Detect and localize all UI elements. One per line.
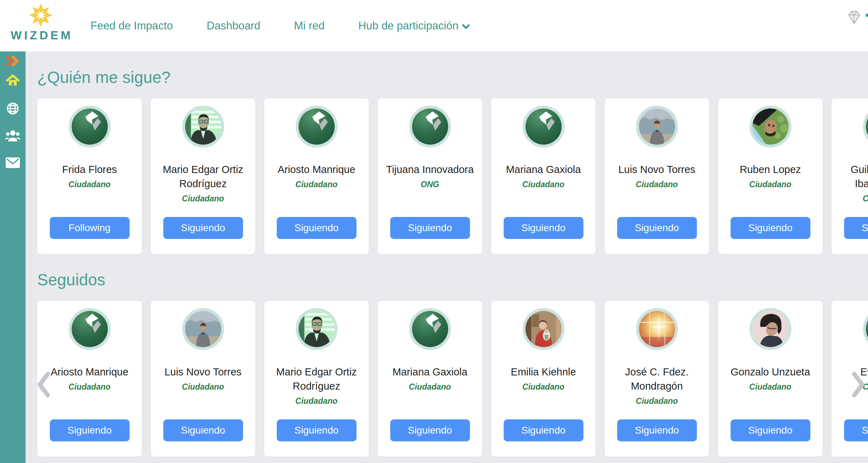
- profile-role: Ciudadano: [151, 382, 255, 392]
- avatar: [636, 308, 678, 350]
- follow-button[interactable]: Siguiendo: [390, 419, 470, 441]
- nav-link-hub-de-participaci-n[interactable]: Hub de participación: [358, 19, 470, 32]
- avatar: [182, 308, 224, 350]
- star-logo-icon: [11, 3, 71, 28]
- avatar: [296, 106, 338, 147]
- cards-row: Frida Flores Ciudadano Following Mario E…: [37, 98, 868, 254]
- follow-button[interactable]: Siguiendo: [730, 419, 810, 441]
- avatar: [409, 106, 451, 147]
- mail-icon[interactable]: [0, 157, 26, 168]
- follow-button[interactable]: Siguiendo: [617, 217, 697, 239]
- follow-button[interactable]: Siguiendo: [503, 419, 583, 441]
- section-seguidos: Seguidos Ariosto Manrique Ciudadano Sigu…: [37, 270, 868, 457]
- profile-name: Guille Ibar: [840, 162, 868, 191]
- profile-card: Emilia Kiehnle Ciudadano Siguiendo: [491, 301, 596, 457]
- profile-name: Ruben Lopez: [718, 162, 823, 177]
- profile-card: Mario Edgar Ortiz Rodríguez Ciudadano Si…: [264, 301, 369, 457]
- profile-card: Ariosto Manrique Ciudadano Siguiendo: [264, 98, 369, 254]
- brand-logo[interactable]: WIZDEM: [11, 3, 71, 42]
- profile-card: Ariosto Manrique Ciudadano Siguiendo: [37, 301, 142, 457]
- nav-links: Feed de ImpactoDashboardMi redHub de par…: [90, 0, 470, 51]
- profile-name: Mario Edgar Ortiz Rodríguez: [151, 162, 255, 191]
- avatar: [69, 308, 111, 350]
- section-title: ¿Quién me sigue?: [37, 68, 868, 87]
- people-icon[interactable]: [0, 130, 26, 142]
- avatar: [863, 106, 868, 147]
- nav-link-label: Hub de participación: [358, 19, 458, 32]
- double-chevron-right-icon[interactable]: [0, 55, 26, 67]
- profile-card: Gonzalo Unzueta Ciudadano Siguiendo: [718, 301, 823, 457]
- nav-link-dashboard[interactable]: Dashboard: [207, 19, 261, 32]
- profile-name: Tijuana Innovadora: [378, 162, 482, 177]
- follow-button[interactable]: Siguiendo: [844, 419, 868, 441]
- top-navbar: WIZDEM Feed de ImpactoDashboardMi redHub…: [0, 0, 868, 51]
- follow-button[interactable]: Siguiendo: [730, 217, 810, 239]
- profile-card: Tijuana Innovadora ONG Siguiendo: [378, 98, 482, 254]
- profile-role: Ciudadano: [605, 396, 709, 406]
- profile-name: Luis Novo Torres: [605, 162, 709, 177]
- profile-name: Ariosto Manrique: [264, 162, 369, 177]
- avatar: [182, 106, 224, 147]
- avatar: [636, 106, 678, 147]
- avatar: [750, 308, 791, 350]
- nav-link-feed-de-impacto[interactable]: Feed de Impacto: [90, 19, 173, 32]
- profile-name: Mario Edgar Ortiz Rodríguez: [264, 365, 369, 393]
- follow-button[interactable]: Siguiendo: [617, 419, 697, 441]
- follow-button[interactable]: Siguiendo: [277, 217, 356, 239]
- avatar: [523, 106, 564, 147]
- profile-name: Luis Novo Torres: [151, 365, 255, 379]
- profile-role: Ciudadano: [491, 382, 596, 392]
- profile-role: Ciudadano: [831, 194, 868, 203]
- profile-name: Mariana Gaxiola: [378, 365, 482, 379]
- chevron-down-icon: [462, 19, 470, 32]
- follow-button[interactable]: Siguiendo: [50, 419, 129, 441]
- profile-role: Ciudadano: [491, 180, 596, 189]
- profile-role: Ciudadano: [264, 180, 369, 189]
- profile-role: Ciudadano: [605, 180, 709, 189]
- diamond-gem-icon[interactable]: [846, 9, 862, 26]
- nav-link-label: Dashboard: [207, 19, 261, 32]
- follow-button[interactable]: Siguiendo: [844, 217, 868, 239]
- nav-link-mi-red[interactable]: Mi red: [294, 19, 324, 32]
- profile-card: Mario Edgar Ortiz Rodríguez Ciudadano Si…: [151, 98, 255, 254]
- profile-card: Guille Ibar Ciudadano Siguiendo: [831, 98, 868, 254]
- sidebar: [0, 51, 26, 463]
- profile-card: Mariana Gaxiola Ciudadano Siguiendo: [491, 98, 596, 254]
- profile-card: Luis Novo Torres Ciudadano Siguiendo: [605, 98, 709, 254]
- avatar: [296, 308, 338, 350]
- carousel-right-icon[interactable]: [852, 372, 865, 398]
- nav-link-label: Feed de Impacto: [90, 19, 173, 32]
- follow-button[interactable]: Following: [50, 217, 129, 239]
- avatar: [523, 308, 564, 350]
- profile-role: ONG: [378, 180, 482, 189]
- avatar: [750, 106, 791, 147]
- cards-row: Ariosto Manrique Ciudadano Siguiendo Lui…: [37, 301, 868, 457]
- profile-name: Ariosto Manrique: [37, 365, 142, 379]
- profile-card: Ruben Lopez Ciudadano Siguiendo: [718, 98, 823, 254]
- profile-role: Ciudadano: [264, 396, 369, 406]
- follow-button[interactable]: Siguiendo: [503, 217, 583, 239]
- profile-card: José C. Fdez. Mondragón Ciudadano Siguie…: [605, 301, 709, 457]
- edge-teal-fragment: [866, 14, 868, 17]
- profile-role: Ciudadano: [718, 180, 823, 189]
- follow-button[interactable]: Siguiendo: [163, 217, 243, 239]
- main-content: ¿Quién me sigue? Frida Flores Ciudadano …: [26, 51, 868, 463]
- profile-role: Ciudadano: [37, 382, 142, 392]
- globe-icon[interactable]: [0, 102, 26, 115]
- profile-name: Mariana Gaxiola: [491, 162, 596, 177]
- profile-name: Emilia Kiehnle: [491, 365, 596, 379]
- nav-link-label: Mi red: [294, 19, 324, 32]
- avatar: [409, 308, 451, 350]
- profile-card: Mariana Gaxiola Ciudadano Siguiendo: [378, 301, 482, 457]
- profile-name: Frida Flores: [37, 162, 142, 177]
- section-who-follows-me: ¿Quién me sigue? Frida Flores Ciudadano …: [37, 68, 868, 254]
- page: WIZDEM Feed de ImpactoDashboardMi redHub…: [0, 0, 868, 463]
- section-title: Seguidos: [37, 270, 868, 289]
- home-icon[interactable]: [0, 74, 26, 87]
- carousel-left-icon[interactable]: [37, 372, 50, 398]
- follow-button[interactable]: Siguiendo: [390, 217, 470, 239]
- profile-role: Ciudadano: [718, 382, 823, 392]
- profile-name: José C. Fdez. Mondragón: [605, 365, 709, 393]
- follow-button[interactable]: Siguiendo: [163, 419, 243, 441]
- follow-button[interactable]: Siguiendo: [277, 419, 356, 441]
